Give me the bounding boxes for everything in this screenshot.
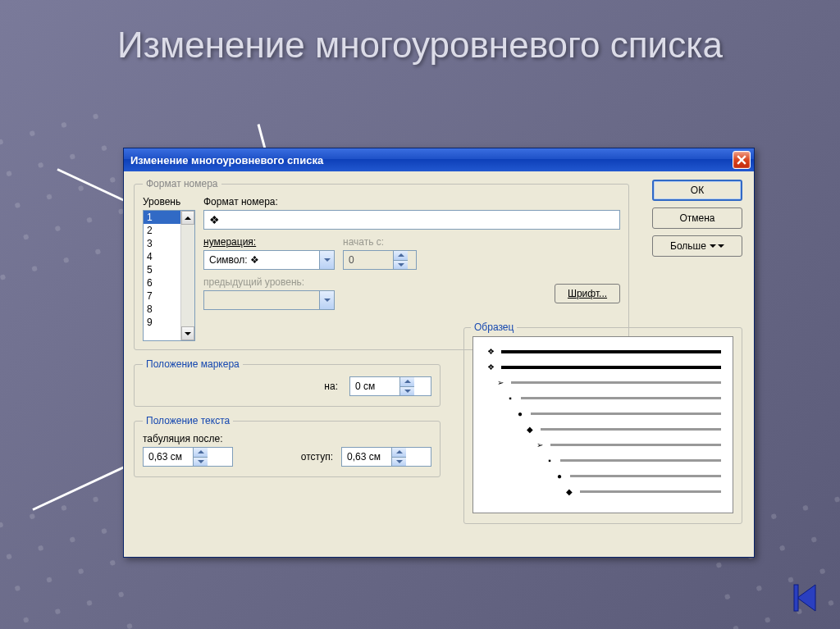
start-at-input bbox=[344, 251, 393, 269]
preview-bullet: ● bbox=[514, 409, 526, 418]
group-number-format: Формат номера Уровень 123456789 Формат н… bbox=[134, 178, 629, 350]
indent-input[interactable] bbox=[342, 448, 391, 466]
scroll-up-button[interactable] bbox=[181, 211, 194, 225]
preview-bar bbox=[531, 412, 721, 415]
cancel-button[interactable]: Отмена bbox=[652, 207, 742, 229]
level-item[interactable]: 5 bbox=[144, 263, 180, 276]
indent-spinner[interactable] bbox=[341, 447, 431, 467]
spinner-up[interactable] bbox=[194, 448, 208, 458]
preview-bullet: ◆ bbox=[524, 425, 536, 434]
more-button-label: Больше bbox=[670, 240, 706, 252]
preview-line: ● bbox=[485, 409, 721, 418]
tab-after-input[interactable] bbox=[144, 448, 193, 466]
preview-line: ● bbox=[485, 472, 721, 481]
preview-line: ❖ bbox=[485, 347, 721, 356]
svg-rect-0 bbox=[794, 585, 798, 611]
spinner-down[interactable] bbox=[194, 458, 208, 467]
preview-line: ➢ bbox=[485, 440, 721, 449]
level-item[interactable]: 7 bbox=[144, 289, 180, 303]
label-indent: отступ: bbox=[301, 451, 333, 463]
spinner-up[interactable] bbox=[400, 377, 414, 387]
slide-title: Изменение многоуровневого списка bbox=[0, 25, 840, 66]
dialog-title: Изменение многоуровневого списка bbox=[130, 154, 733, 166]
marker-at-input[interactable] bbox=[350, 377, 399, 395]
group-legend-preview: Образец bbox=[471, 321, 517, 333]
label-level: Уровень bbox=[143, 196, 195, 207]
start-at-spinner bbox=[343, 250, 417, 270]
group-legend-format: Формат номера bbox=[143, 178, 221, 189]
expand-icon bbox=[710, 244, 724, 248]
ok-button[interactable]: ОК bbox=[652, 180, 742, 201]
preview-bullet: ❖ bbox=[485, 347, 496, 356]
level-item[interactable]: 2 bbox=[144, 224, 180, 237]
preview-bar bbox=[511, 381, 721, 384]
preview-bullet: ▪ bbox=[544, 456, 555, 465]
preview-bar bbox=[501, 350, 721, 353]
preview-bullet: ▪ bbox=[504, 394, 516, 403]
preview-area: ❖❖➢▪●◆➢▪●◆ bbox=[472, 336, 733, 513]
label-start-at: начать с: bbox=[343, 236, 417, 248]
spinner-down[interactable] bbox=[392, 458, 406, 467]
preview-bullet: ● bbox=[554, 472, 565, 481]
spinner-up bbox=[394, 251, 408, 261]
level-item[interactable]: 4 bbox=[144, 250, 180, 263]
preview-bullet: ◆ bbox=[564, 487, 575, 496]
group-text-position: Положение текста табуляция после: отступ… bbox=[134, 415, 441, 477]
level-item[interactable]: 9 bbox=[144, 316, 180, 329]
scroll-down-button[interactable] bbox=[181, 326, 194, 340]
preview-line: ▪ bbox=[485, 456, 721, 465]
preview-bar bbox=[550, 444, 721, 446]
label-at: на: bbox=[324, 381, 338, 392]
numbering-value: Символ: ❖ bbox=[204, 254, 319, 266]
font-button[interactable]: Шрифт... bbox=[555, 284, 620, 303]
preview-bullet: ➢ bbox=[495, 378, 506, 387]
dialog-titlebar[interactable]: Изменение многоуровневого списка bbox=[124, 148, 754, 171]
level-scrollbar[interactable] bbox=[180, 211, 194, 340]
preview-line: ◆ bbox=[485, 425, 721, 434]
preview-bar bbox=[580, 490, 721, 493]
preview-bar bbox=[570, 475, 721, 477]
preview-bullet: ❖ bbox=[485, 362, 496, 371]
numbering-combo[interactable]: Символ: ❖ bbox=[203, 250, 335, 270]
preview-bar bbox=[541, 428, 721, 431]
close-icon bbox=[737, 155, 746, 165]
nav-previous-button[interactable] bbox=[791, 581, 824, 614]
group-marker-position: Положение маркера на: bbox=[134, 358, 441, 407]
preview-bar bbox=[501, 366, 721, 369]
preview-line: ▪ bbox=[485, 394, 721, 403]
level-item[interactable]: 1 bbox=[144, 211, 180, 224]
tab-after-spinner[interactable] bbox=[143, 447, 233, 467]
label-tab-after: табуляция после: bbox=[143, 433, 431, 444]
group-legend-text: Положение текста bbox=[143, 415, 233, 426]
spinner-down[interactable] bbox=[400, 387, 414, 396]
label-number-format: Формат номера: bbox=[203, 196, 620, 207]
preview-bar bbox=[521, 397, 721, 399]
number-format-input[interactable] bbox=[203, 210, 620, 230]
close-button[interactable] bbox=[733, 151, 751, 169]
label-numbering: нумерация: bbox=[203, 236, 335, 248]
more-button[interactable]: Больше bbox=[652, 235, 742, 257]
level-listbox[interactable]: 123456789 bbox=[143, 210, 195, 341]
spinner-up[interactable] bbox=[392, 448, 406, 458]
group-legend-marker: Положение маркера bbox=[143, 358, 243, 370]
spinner-down bbox=[394, 261, 408, 270]
combo-dropdown-button[interactable] bbox=[319, 251, 334, 269]
preview-line: ➢ bbox=[485, 378, 721, 387]
preview-line: ◆ bbox=[485, 487, 721, 496]
marker-at-spinner[interactable] bbox=[349, 376, 431, 396]
preview-bullet: ➢ bbox=[534, 440, 546, 449]
preview-bar bbox=[560, 459, 721, 462]
prev-level-combo bbox=[203, 290, 335, 310]
dialog-window: Изменение многоуровневого списка ОК Отме… bbox=[123, 148, 755, 558]
combo-dropdown-button bbox=[319, 291, 334, 309]
level-item[interactable]: 8 bbox=[144, 303, 180, 316]
scroll-track[interactable] bbox=[181, 225, 194, 326]
level-item[interactable]: 3 bbox=[144, 237, 180, 250]
previous-icon bbox=[791, 581, 824, 614]
group-preview: Образец ❖❖➢▪●◆➢▪●◆ bbox=[463, 327, 742, 524]
label-prev-level: предыдущий уровень: bbox=[203, 276, 335, 288]
preview-line: ❖ bbox=[485, 362, 721, 371]
level-item[interactable]: 6 bbox=[144, 276, 180, 289]
